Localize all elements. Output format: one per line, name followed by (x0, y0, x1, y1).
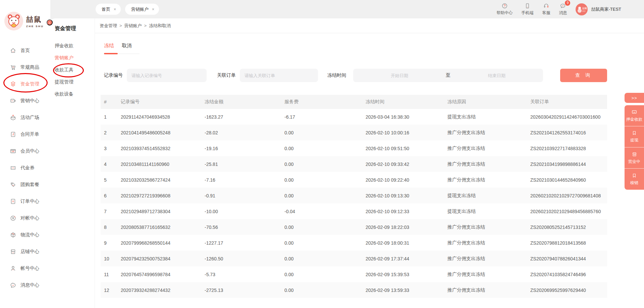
tab-freeze[interactable]: 冻结 (104, 43, 114, 49)
table-row: 5 2021032032586727424 -7.16 0.00 2026-02… (101, 172, 607, 188)
submenu-item-marketing-account[interactable]: 营销账户 (50, 52, 95, 64)
submenu-item-withdrawal[interactable]: 提现管理 (50, 76, 95, 88)
cell-service-fee: -6.17 (281, 114, 362, 120)
cell-freeze-reason: 推广分佣支出冻结 (444, 145, 527, 151)
rail-deposit-button[interactable]: 押金收款 (625, 105, 644, 126)
cell-record-no: 2021029489712738304 (117, 209, 201, 214)
svg-text:VIP: VIP (12, 150, 15, 152)
sidebar-item-vouchers[interactable]: 代金券 (0, 160, 50, 176)
table-row: 11 2020764574996598784 -5.73 0.00 2026-0… (101, 266, 607, 282)
sidebar-item-funds[interactable]: 资金管理 (0, 76, 50, 93)
cell-frozen-amount: -1227.17 (201, 240, 281, 246)
quick-action-rail: >> 押金收款 提现 营业中 核销 (625, 93, 644, 190)
cart-icon (10, 64, 16, 71)
bookmark-icon (632, 173, 637, 178)
related-order-input[interactable] (240, 69, 318, 82)
help-center-button[interactable]: 帮助中心 (496, 3, 513, 16)
page-tab-home[interactable]: 首页 × (96, 4, 121, 15)
cell-service-fee: 0.00 (281, 146, 362, 151)
screen-icon (10, 98, 16, 104)
table-row: 10 2020794232500752384 -1260.50 0.00 202… (101, 251, 607, 266)
sidebar-item-account[interactable]: 帐号中心 (0, 260, 50, 277)
cell-freeze-time: 2026-02-09 15:39:53 (362, 272, 444, 277)
shop-icon (10, 248, 16, 255)
close-tab-icon[interactable]: × (114, 7, 116, 12)
cell-frozen-amount: -2725.13 (201, 288, 281, 293)
shop-icon (632, 151, 637, 157)
cell-service-fee: 0.00 (281, 162, 362, 167)
sidebar-item-reconciliation[interactable]: 对帐中心 (0, 210, 50, 227)
rail-open-status-button[interactable]: 营业中 (625, 147, 644, 169)
cell-service-fee: 0.00 (281, 272, 362, 277)
table-row: 2 2021041495486005248 -28.02 0.00 2026-0… (101, 125, 607, 140)
rail-withdraw-button[interactable]: 提现 (625, 126, 644, 147)
cell-freeze-reason: 推广分佣支出冻结 (444, 177, 527, 183)
sidebar-item-marketing[interactable]: 营销中心 (0, 93, 50, 109)
cell-record-no: 2020805387716165632 (117, 225, 201, 230)
cell-index: 10 (101, 256, 117, 261)
date-range-picker[interactable]: 至 (353, 69, 543, 82)
start-date-input[interactable] (353, 73, 446, 78)
cell-freeze-reason: 提现支出冻结 (444, 193, 527, 199)
sidebar-item-group-deals[interactable]: 团购套餐 (0, 176, 50, 193)
cell-index: 7 (101, 209, 117, 214)
freeze-cancel-tabs: 冻结 取消 (104, 43, 140, 54)
page-tab-marketing-account[interactable]: 营销账户 × (125, 4, 159, 15)
brand-mascot-icon (4, 11, 23, 31)
cell-freeze-reason: 推广分佣支出冻结 (444, 161, 527, 167)
sidebar-item-logistics[interactable]: 物流中心 (0, 227, 50, 243)
submenu-item-deposit[interactable]: 押金收款 (50, 40, 95, 52)
rail-expand-button[interactable]: >> (625, 93, 644, 103)
close-tab-icon[interactable]: × (152, 7, 154, 12)
table-row: 12 2020739324288274432 -2725.13 0.00 202… (101, 282, 607, 298)
brand-logo: 喆鼠 ZHE SHU (0, 0, 50, 31)
svg-text:商家: 商家 (582, 10, 586, 12)
table-row: 6 2021029727219396608 -0.91 0.00 2026-02… (101, 188, 607, 203)
sidebar-item-activity[interactable]: 活动广场 (0, 109, 50, 126)
search-button[interactable]: 查 询 (560, 69, 607, 82)
sidebar-item-members[interactable]: VIP 会员中心 (0, 143, 50, 160)
sidebar-item-home[interactable]: 首页 (0, 42, 50, 59)
record-no-input[interactable] (127, 69, 207, 82)
sidebar-item-store[interactable]: 店铺中心 (0, 243, 50, 260)
card-icon (631, 109, 637, 115)
bookmark-icon (632, 130, 637, 136)
rail-verify-button[interactable]: 核销 (625, 169, 644, 190)
sidebar-menu: 首页 常规商品 资金管理 营销中心 活动广场 合同开单 VIP 会员中心 代金券 (0, 42, 50, 294)
sidebar-item-messages[interactable]: 消息中心 (0, 277, 50, 294)
submenu-item-devices[interactable]: 收款设备 (50, 88, 95, 100)
customer-service-button[interactable]: 客服 (542, 3, 550, 16)
cell-service-fee: 0.00 (281, 177, 362, 183)
submenu-item-payment-tools[interactable]: 收款工具 (50, 64, 95, 76)
cell-freeze-reason: 推广分佣支出冻结 (444, 224, 527, 230)
svg-text:喆鼠: 喆鼠 (582, 7, 587, 10)
cell-freeze-time: 2026-03-04 16:38:30 (362, 114, 444, 120)
ticket-icon (10, 165, 16, 171)
table-row: 1 2029114247046934528 -1623.27 -6.17 202… (101, 109, 607, 125)
cell-frozen-amount: -1623.27 (201, 114, 281, 120)
home-icon (10, 47, 16, 54)
sidebar-item-contract[interactable]: 合同开单 (0, 126, 50, 143)
tab-cancel[interactable]: 取消 (122, 43, 132, 49)
date-range-to-label: 至 (446, 72, 450, 78)
sidebar-item-orders[interactable]: 订单中心 (0, 193, 50, 210)
phone-icon (524, 3, 531, 9)
table-row: 8 2020805387716165632 -70.56 0.00 2026-0… (101, 219, 607, 235)
freeze-time-label: 冻结时间 (327, 72, 346, 78)
help-icon (501, 3, 508, 9)
sidebar-item-products[interactable]: 常规商品 (0, 59, 50, 76)
cell-record-no: 2021029727219396608 (117, 193, 201, 198)
end-date-input[interactable] (450, 73, 543, 78)
order-doc-icon (10, 198, 16, 205)
table-body: 1 2029114247046934528 -1623.27 -6.17 202… (101, 109, 607, 298)
collapse-sidebar-button[interactable]: ‹ (47, 19, 53, 25)
mobile-app-button[interactable]: 手机端 (521, 3, 533, 16)
yen-circle-icon (10, 215, 16, 222)
cell-service-fee: 0.00 (281, 193, 362, 198)
box-up-icon (10, 114, 16, 121)
user-menu[interactable]: 喆鼠 商家 喆鼠商家-TEST (576, 3, 621, 15)
cell-freeze-reason: 推广分佣支出冻结 (444, 271, 527, 278)
messages-button[interactable]: 消息 9 (559, 3, 567, 16)
submenu-title: 资金管理 (50, 25, 95, 32)
table-row: 7 2021029489712738304 -10.00 -0.04 2026-… (101, 203, 607, 219)
